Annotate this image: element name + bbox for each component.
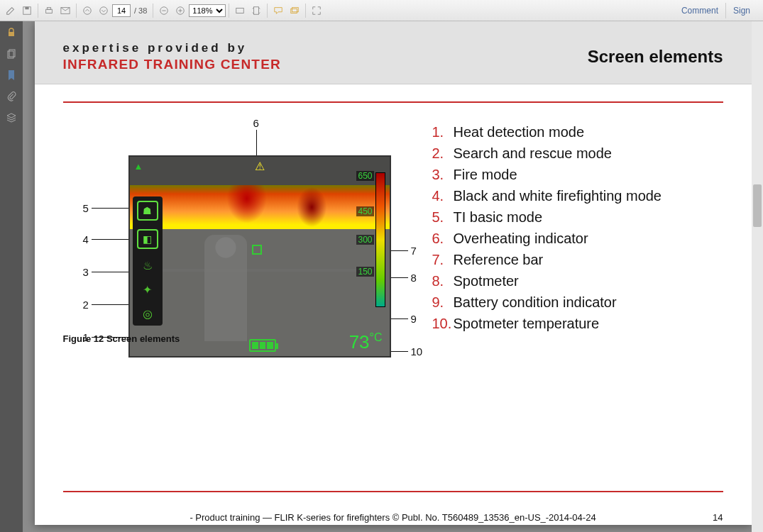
layers-icon[interactable] [3,109,20,126]
fire-mode-icon: ♨ [137,257,158,273]
pdf-toolbar: / 38 118% Comment Sign [0,0,763,21]
comment-button[interactable]: Comment [674,3,725,18]
page-number-text: 14 [713,512,723,523]
footer-rule [63,491,723,492]
comment-bubble-icon[interactable] [270,3,286,18]
fit-width-icon[interactable] [232,3,248,18]
svg-rect-13 [254,6,259,14]
ref-label: 650 [356,171,373,181]
callout-label-9: 9 [411,313,417,325]
annotation-icon[interactable] [287,3,302,18]
svg-point-6 [100,6,108,14]
save-icon[interactable] [19,3,35,18]
page-down-icon[interactable] [96,3,111,18]
firefighter-silhouette [204,235,247,341]
callout-label-2: 2 [83,299,89,311]
callout-label-5: 5 [83,202,89,214]
mail-icon[interactable] [57,3,73,18]
page-total-label: / 38 [134,6,147,15]
lock-icon[interactable] [3,24,20,41]
up-triangle-icon: ▲ [134,161,143,172]
pdf-viewport: expertise provided by INFRARED TRAINING … [23,21,763,532]
search-rescue-mode-icon: ✦ [137,282,158,297]
callout-label-3: 3 [83,266,89,278]
svg-rect-2 [46,9,53,13]
edit-icon[interactable] [3,3,18,18]
fit-page-icon[interactable] [248,3,264,18]
footer-text: - Product training — FLIR K-series for f… [63,512,723,523]
thermal-fire-band [130,185,390,229]
ref-label: 300 [356,235,373,245]
heat-detection-mode-icon: ◎ [137,306,158,321]
zoom-out-icon[interactable] [156,3,172,18]
callout-label-7: 7 [411,245,417,257]
sign-button[interactable]: Sign [725,3,757,18]
zoom-select[interactable]: 118% [189,4,226,17]
scroll-thumb[interactable] [753,184,762,227]
figure-caption: Figure 12 Screen elements [63,333,180,344]
callout-label-10: 10 [411,345,423,358]
attachment-icon[interactable] [3,88,20,105]
bookmark-icon[interactable] [3,67,20,84]
zoom-in-icon[interactable] [172,3,188,18]
reference-bar [375,172,385,307]
figure-area: 6 5 4 3 2 1 7 8 9 [63,120,418,334]
page-header: expertise provided by INFRARED TRAINING … [35,21,752,84]
ref-label: 450 [356,206,373,216]
spotmeter-temp: 73°C [349,331,383,353]
page-number-input[interactable] [112,4,131,17]
fullscreen-icon[interactable] [309,3,324,18]
print-icon[interactable] [41,3,57,18]
brand-tagline: expertise provided by [63,41,281,55]
svg-rect-16 [9,32,14,36]
callout-label-6: 6 [253,117,259,129]
legend-list: 1.Heat detection mode 2.Search and rescu… [432,120,723,334]
callout-line [256,130,257,155]
spotmeter-icon [252,245,262,255]
brand-name: INFRARED TRAINING CENTER [63,57,281,72]
svg-rect-12 [236,8,244,13]
ref-label: 150 [356,267,373,277]
pages-icon[interactable] [3,45,20,62]
vertical-scrollbar[interactable] [752,21,763,532]
ti-basic-mode-icon: ☗ [137,201,158,221]
callout-label-4: 4 [83,233,89,245]
pdf-page: expertise provided by INFRARED TRAINING … [35,21,752,525]
bw-firefight-mode-icon: ◧ [137,229,158,249]
callout-label-8: 8 [411,272,417,284]
camera-screen-image: ▲ ⚠ ☗ ◧ ♨ ✦ ◎ 650 450 300 150 [128,155,391,358]
pdf-sidepanel [0,21,23,532]
battery-icon [249,339,276,352]
page-up-icon[interactable] [79,3,95,18]
svg-point-5 [84,6,92,14]
mode-icon-stack: ☗ ◧ ♨ ✦ ◎ [133,196,163,326]
warning-icon: ⚠ [255,160,265,173]
svg-rect-1 [25,6,28,9]
section-title: Screen elements [588,47,723,67]
svg-rect-3 [47,7,50,9]
